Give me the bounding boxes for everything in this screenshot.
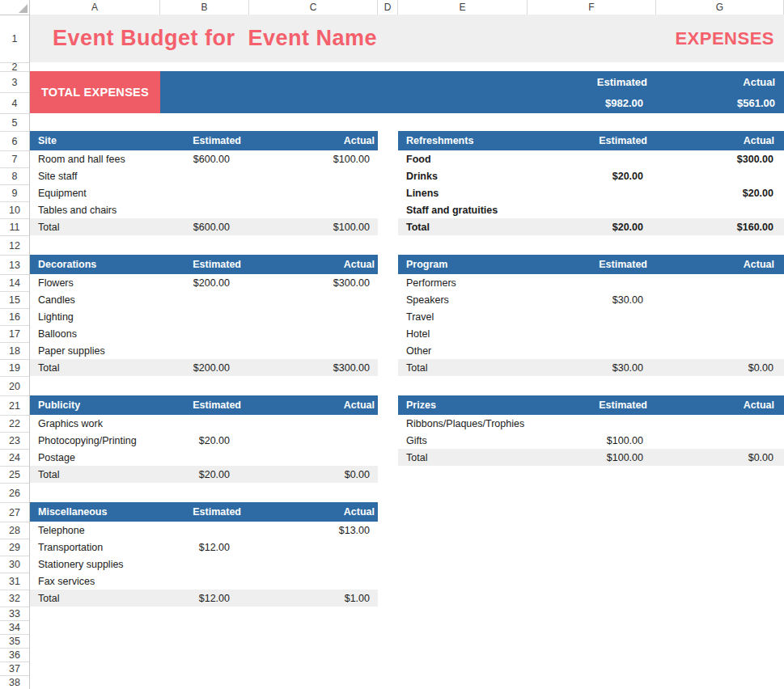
section-title[interactable]: Prizes — [398, 399, 527, 411]
row-label-cell[interactable]: Postage — [30, 452, 160, 463]
actual-cell[interactable]: $160.00 — [656, 222, 784, 233]
summary-estimated-value[interactable]: $982.00 — [528, 97, 656, 109]
estimated-cell[interactable]: $200.00 — [160, 362, 249, 374]
column-header-cell[interactable]: C — [249, 0, 378, 15]
row-number-cell[interactable]: 4 — [0, 93, 29, 114]
estimated-cell[interactable]: $12.00 — [160, 593, 249, 604]
row-label-cell[interactable]: Gifts — [398, 435, 527, 446]
actual-cell[interactable]: $13.00 — [249, 525, 378, 536]
row-number-cell[interactable]: 15 — [0, 292, 29, 309]
row-label-cell[interactable]: Travel — [398, 311, 527, 323]
estimated-cell[interactable]: $600.00 — [160, 154, 249, 165]
estimated-column-header[interactable]: Estimated — [160, 259, 249, 270]
column-header-cell[interactable]: D — [378, 0, 398, 15]
section-title[interactable]: Program — [398, 259, 527, 270]
row-label-cell[interactable]: Performers — [398, 277, 527, 289]
row-number-cell[interactable]: 36 — [0, 649, 29, 662]
estimated-column-header[interactable]: Estimated — [527, 259, 656, 270]
section-title[interactable]: Refreshments — [398, 135, 527, 146]
row-label-cell[interactable]: Photocopying/Printing — [30, 435, 160, 446]
row-label-cell[interactable]: Total — [398, 222, 527, 233]
row-number-cell[interactable]: 38 — [0, 676, 29, 689]
row-number-cell[interactable]: 12 — [0, 236, 29, 256]
row-label-cell[interactable]: Total — [30, 222, 160, 233]
estimated-column-header[interactable]: Estimated — [160, 135, 249, 146]
estimated-column-header[interactable]: Estimated — [527, 399, 656, 411]
row-label-cell[interactable]: Total — [398, 452, 527, 463]
row-number-cell[interactable]: 28 — [0, 522, 29, 539]
actual-column-header[interactable]: Actual — [249, 506, 378, 518]
actual-cell[interactable]: $0.00 — [656, 362, 784, 374]
column-header-cell[interactable]: F — [528, 0, 656, 15]
summary-actual-header[interactable]: Actual — [656, 76, 784, 88]
estimated-cell[interactable]: $600.00 — [160, 222, 249, 233]
row-number-cell[interactable]: 13 — [0, 256, 29, 275]
row-number-cell[interactable]: 21 — [0, 396, 29, 416]
row-label-cell[interactable]: Total — [30, 469, 160, 480]
actual-cell[interactable]: $100.00 — [249, 154, 378, 165]
row-label-cell[interactable]: Total — [398, 362, 527, 374]
actual-cell[interactable]: $0.00 — [249, 469, 378, 480]
row-number-cell[interactable]: 17 — [0, 326, 29, 343]
row-number-cell[interactable]: 18 — [0, 343, 29, 360]
row-label-cell[interactable]: Equipment — [30, 188, 160, 199]
estimated-cell[interactable]: $20.00 — [527, 222, 656, 233]
actual-column-header[interactable]: Actual — [249, 259, 378, 270]
row-label-cell[interactable]: Balloons — [30, 328, 160, 340]
column-header-cell[interactable]: E — [398, 0, 528, 15]
row-number-cell[interactable]: 31 — [0, 573, 29, 590]
estimated-column-header[interactable]: Estimated — [160, 506, 249, 518]
row-number-cell[interactable]: 22 — [0, 416, 29, 433]
row-label-cell[interactable]: Candles — [30, 294, 160, 306]
section-title[interactable]: Publicity — [30, 399, 160, 411]
estimated-column-header[interactable]: Estimated — [160, 399, 249, 411]
actual-cell[interactable]: $100.00 — [249, 222, 378, 233]
row-number-cell[interactable]: 25 — [0, 467, 29, 484]
estimated-cell[interactable]: $20.00 — [527, 171, 656, 182]
row-number-cell[interactable]: 24 — [0, 450, 29, 467]
total-expenses-label-cell[interactable]: TOTAL EXPENSES — [30, 71, 160, 113]
row-number-cell[interactable]: 11 — [0, 219, 29, 236]
estimated-cell[interactable]: $12.00 — [160, 542, 249, 553]
row-number-cell[interactable]: 3 — [0, 72, 29, 93]
select-all-button[interactable] — [0, 0, 30, 15]
section-title[interactable]: Site — [30, 135, 160, 146]
row-label-cell[interactable]: Speakers — [398, 294, 527, 306]
actual-cell[interactable]: $300.00 — [249, 277, 378, 289]
row-number-cell[interactable]: 16 — [0, 309, 29, 326]
row-number-cell[interactable]: 2 — [0, 63, 29, 72]
row-label-cell[interactable]: Drinks — [398, 171, 527, 182]
row-number-cell[interactable]: 30 — [0, 556, 29, 573]
actual-column-header[interactable]: Actual — [656, 399, 784, 411]
row-number-cell[interactable]: 33 — [0, 607, 29, 621]
estimated-cell[interactable]: $20.00 — [160, 435, 249, 446]
row-number-cell[interactable]: 23 — [0, 433, 29, 450]
row-label-cell[interactable]: Total — [30, 593, 160, 604]
row-label-cell[interactable]: Fax services — [30, 576, 160, 587]
row-number-cell[interactable]: 19 — [0, 360, 29, 377]
actual-column-header[interactable]: Actual — [249, 399, 378, 411]
row-number-cell[interactable]: 10 — [0, 202, 29, 219]
row-number-cell[interactable]: 1 — [0, 15, 29, 63]
section-title[interactable]: Decorations — [30, 259, 160, 270]
row-number-cell[interactable]: 35 — [0, 635, 29, 649]
row-label-cell[interactable]: Room and hall fees — [30, 154, 160, 165]
estimated-cell[interactable]: $30.00 — [527, 362, 656, 374]
estimated-cell[interactable]: $200.00 — [160, 277, 249, 289]
actual-cell[interactable]: $1.00 — [249, 593, 378, 604]
row-label-cell[interactable]: Food — [398, 154, 527, 165]
row-label-cell[interactable]: Graphics work — [30, 418, 160, 429]
summary-estimated-header[interactable]: Estimated — [528, 76, 656, 88]
row-number-cell[interactable]: 9 — [0, 185, 29, 202]
row-number-cell[interactable]: 34 — [0, 621, 29, 635]
row-label-cell[interactable]: Linens — [398, 188, 527, 199]
actual-column-header[interactable]: Actual — [249, 135, 378, 146]
row-label-cell[interactable]: Flowers — [30, 277, 160, 289]
title-cell[interactable]: Event Budget for Event Name EXPENSES — [30, 15, 784, 62]
row-number-cell[interactable]: 26 — [0, 484, 29, 503]
column-header-cell[interactable]: B — [160, 0, 249, 15]
row-label-cell[interactable]: Total — [30, 362, 160, 374]
actual-column-header[interactable]: Actual — [656, 259, 784, 270]
row-number-cell[interactable]: 8 — [0, 168, 29, 185]
column-header-cell[interactable]: G — [656, 0, 784, 15]
